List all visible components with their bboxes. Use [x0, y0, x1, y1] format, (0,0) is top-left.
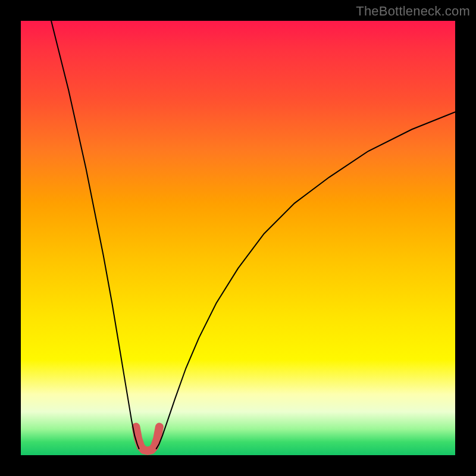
- chart-root: TheBottleneck.com: [0, 0, 476, 476]
- trough-highlight-path: [136, 427, 159, 451]
- right-branch-path: [156, 112, 455, 449]
- curves-svg: [21, 21, 455, 455]
- watermark-text: TheBottleneck.com: [356, 4, 470, 19]
- left-branch-path: [51, 21, 139, 449]
- plot-area: [21, 21, 455, 455]
